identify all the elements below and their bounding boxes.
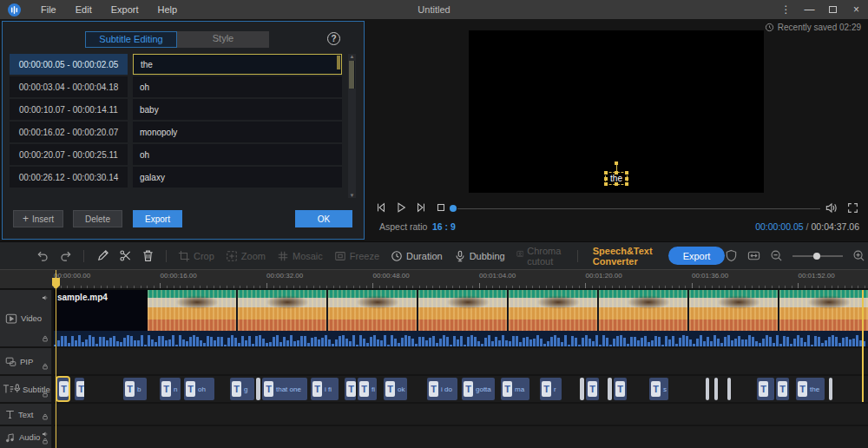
subtitle-list-scrollbar[interactable]: ▲ ▼ [348, 54, 356, 198]
overlay-selection[interactable]: the [605, 172, 628, 185]
aspect-ratio-value[interactable]: 16 : 9 [432, 221, 456, 232]
subtitle-text-field[interactable]: oh [133, 144, 342, 165]
undo-icon[interactable] [36, 249, 49, 262]
track-lock-icon[interactable] [42, 438, 49, 445]
menu-export[interactable]: Export [102, 0, 148, 19]
resize-handle[interactable] [604, 171, 608, 175]
pip-track-content[interactable] [54, 348, 868, 374]
subtitle-time-range[interactable]: 00:00:26.12 - 00:00:30.14 [10, 167, 128, 188]
text-track-content[interactable] [54, 404, 868, 425]
tab-style[interactable]: Style [177, 31, 269, 48]
subtitle-text-field[interactable]: the [133, 54, 342, 75]
zoom-out-icon[interactable] [770, 249, 783, 262]
video-canvas[interactable]: the [469, 30, 764, 193]
minimize-icon[interactable]: — [798, 0, 821, 19]
subtitle-clip[interactable]: T [75, 378, 84, 400]
track-lock-icon[interactable] [42, 363, 49, 370]
resize-handle[interactable] [625, 182, 628, 186]
cut-scissors-icon[interactable] [119, 249, 132, 262]
video-track-content[interactable]: sample.mp4 [54, 290, 868, 346]
help-icon[interactable]: ? [327, 32, 340, 45]
subtitle-clip[interactable]: Tthat one [262, 378, 307, 400]
subtitle-clip[interactable]: Tn [160, 378, 181, 400]
track-header-text[interactable]: Text [0, 404, 52, 425]
subtitle-clip[interactable]: Tb [123, 378, 147, 400]
menu-help[interactable]: Help [148, 0, 187, 19]
track-lock-icon[interactable] [42, 391, 49, 398]
next-frame-icon[interactable] [415, 201, 427, 214]
volume-icon[interactable] [825, 201, 838, 214]
seek-handle[interactable] [450, 205, 457, 212]
subtitle-time-range[interactable]: 00:00:10.07 - 00:00:14.11 [10, 99, 128, 120]
subtitle-clip[interactable]: Tthe [796, 378, 825, 400]
subtitle-text-field[interactable]: monopoly [133, 122, 342, 142]
resize-handle[interactable] [615, 182, 618, 186]
subtitle-clip[interactable]: Ti do [427, 378, 457, 400]
subtitle-text-field[interactable]: oh [133, 76, 342, 97]
subtitle-row[interactable]: 00:00:03.04 - 00:00:04.18oh [10, 76, 342, 97]
maximize-icon[interactable] [821, 0, 845, 19]
track-header-audio[interactable]: Audio [0, 426, 52, 448]
stop-icon[interactable] [435, 201, 447, 214]
video-clip-start[interactable]: sample.mp4 [54, 290, 148, 331]
subtitle-clip[interactable]: Tma [501, 378, 529, 400]
edit-pencil-icon[interactable] [96, 249, 109, 262]
subtitle-clip[interactable] [256, 378, 260, 400]
subtitle-clip[interactable]: T [57, 378, 69, 400]
timeline-zoom-slider[interactable] [792, 255, 843, 257]
audio-track-content[interactable] [54, 426, 868, 448]
fullscreen-icon[interactable] [847, 202, 858, 214]
subtitle-row[interactable]: 00:00:10.07 - 00:00:14.11baby [10, 99, 342, 120]
rotate-handle[interactable] [615, 161, 618, 165]
subtitle-clip[interactable]: Tgotta [462, 378, 495, 400]
subtitle-row[interactable]: 00:00:16.02 - 00:00:20.07monopoly [10, 122, 342, 142]
subtitle-text-field[interactable]: baby [133, 99, 342, 120]
tab-subtitle-editing[interactable]: Subtitle Editing [85, 31, 177, 48]
subtitle-clip[interactable]: Tok [384, 378, 407, 400]
subtitle-clip[interactable] [580, 378, 584, 400]
export-subtitles-button[interactable]: Export [133, 210, 182, 227]
subtitle-clip[interactable]: T [614, 378, 627, 400]
subtitle-clip[interactable]: Tr [540, 378, 562, 400]
track-header-pip[interactable]: PIP [0, 348, 52, 374]
subtitle-clip[interactable]: T [345, 378, 356, 400]
scroll-up-icon[interactable]: ▲ [348, 54, 356, 59]
subtitle-clip[interactable]: Toh [184, 378, 214, 400]
subtitle-track-content[interactable]: TTTbTnTohTgTthat oneTi fiTTfiTokTi doTgo… [54, 376, 868, 402]
subtitle-clip[interactable]: T [757, 378, 774, 400]
resize-handle[interactable] [615, 171, 618, 175]
delete-button[interactable]: Delete [73, 210, 122, 227]
subtitle-clip[interactable]: Tg [230, 378, 254, 400]
menu-edit[interactable]: Edit [66, 0, 102, 19]
shield-icon[interactable] [725, 249, 738, 262]
subtitle-clip[interactable]: Tfi [358, 378, 377, 400]
zoom-slider-handle[interactable] [813, 253, 820, 260]
track-header-video[interactable]: Video [0, 290, 52, 346]
timeline-ruler[interactable]: 00:00:00.0000:00:16.0000:00:32.0000:00:4… [0, 270, 868, 289]
resize-handle[interactable] [625, 177, 628, 181]
subtitle-clip[interactable] [706, 378, 709, 400]
track-lock-icon[interactable] [42, 335, 49, 342]
subtitle-row[interactable]: 00:00:00.05 - 00:00:02.05the [10, 54, 342, 75]
track-lock-icon[interactable] [42, 413, 49, 420]
insert-button[interactable]: +Insert [13, 210, 63, 227]
subtitle-clip[interactable]: T [776, 378, 789, 400]
tool-duration[interactable]: Duration [391, 250, 443, 262]
play-icon[interactable] [395, 201, 407, 214]
kebab-menu-icon[interactable]: ⋮ [774, 0, 798, 19]
subtitle-row[interactable]: 00:00:26.12 - 00:00:30.14galaxy [10, 167, 342, 188]
close-icon[interactable]: × [845, 0, 868, 19]
scrollbar-thumb[interactable] [349, 61, 355, 89]
resize-handle[interactable] [604, 177, 608, 181]
track-mute-icon[interactable] [42, 294, 49, 301]
subtitle-clip[interactable] [714, 378, 718, 400]
ok-button[interactable]: OK [295, 210, 352, 227]
subtitle-row[interactable]: 00:00:20.07 - 00:00:25.11oh [10, 144, 342, 165]
speech-text-converter-button[interactable]: Speech&Text Converter [593, 246, 653, 267]
subtitle-clip[interactable]: T [586, 378, 599, 400]
subtitle-time-range[interactable]: 00:00:00.05 - 00:00:02.05 [10, 54, 128, 75]
export-project-button[interactable]: Export [668, 247, 726, 265]
subtitle-time-range[interactable]: 00:00:03.04 - 00:00:04.18 [10, 76, 128, 97]
seek-track[interactable] [457, 208, 820, 209]
redo-icon[interactable] [59, 249, 72, 262]
